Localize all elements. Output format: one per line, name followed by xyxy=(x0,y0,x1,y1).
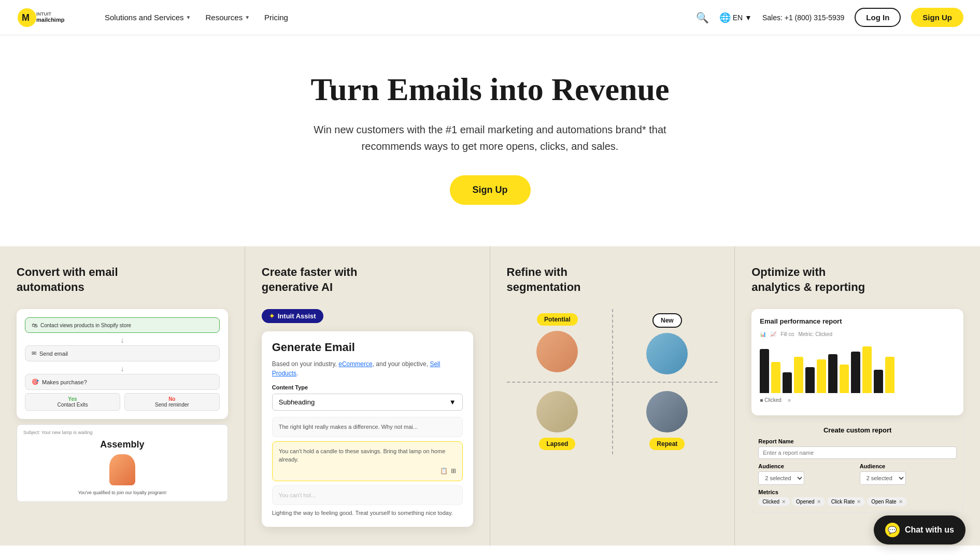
feature-segmentation: Refine with segmentation Potential New xyxy=(490,246,735,546)
audience-label-2: Audience xyxy=(860,463,957,469)
hero-signup-button[interactable]: Sign Up xyxy=(450,175,531,205)
report-name-label: Report Name xyxy=(758,438,957,444)
feature-analytics-title: Optimize with analytics & reporting xyxy=(751,265,865,295)
bar-2 xyxy=(771,362,780,393)
tag-clicked: Clicked ✕ xyxy=(758,497,790,506)
feature-analytics: Optimize with analytics & reporting Emai… xyxy=(735,246,980,546)
bar-11 xyxy=(874,370,883,393)
feature-automations: Convert with email automations 🛍 Contact… xyxy=(0,246,245,546)
legend-clicked: ■ Clicked xyxy=(760,397,782,403)
generate-email-card: Generate Email Based on your industry, e… xyxy=(262,331,473,526)
nav-solutions[interactable]: Solutions and Services ▼ xyxy=(100,9,196,26)
automation-preview: 🛍 Contact views products in Shopify stor… xyxy=(17,309,228,419)
chart-toolbar: 📊 📈 Fill co Metric: Clicked xyxy=(760,331,955,337)
nav-resources[interactable]: Resources ▼ xyxy=(201,9,255,26)
email-body: You've qualified to join our loyalty pro… xyxy=(23,490,221,496)
generate-title: Generate Email xyxy=(272,341,463,354)
nav-pricing[interactable]: Pricing xyxy=(259,9,293,26)
logo[interactable]: M INTUIT mailchimp xyxy=(17,7,79,28)
globe-icon: 🌐 xyxy=(719,12,731,23)
seg-potential-badge: Potential xyxy=(537,313,578,326)
shopify-icon: 🛍 xyxy=(32,322,37,328)
chevron-down-icon: ▼ xyxy=(449,398,456,406)
seg-repeat-badge: Repeat xyxy=(649,438,685,450)
chat-widget[interactable]: 💬 Chat with us xyxy=(874,515,965,544)
flow-arrow-2: ↓ xyxy=(25,365,220,373)
bar-8 xyxy=(840,365,849,393)
feature-seg-title: Refine with segmentation xyxy=(507,265,621,295)
branch-yes: Yes Contact Exits xyxy=(25,393,120,411)
audience-select-1[interactable]: 2 selected xyxy=(758,471,804,485)
target-icon: 🎯 xyxy=(32,379,39,385)
content-type-label: Content Type xyxy=(272,384,463,390)
seg-new-badge: New xyxy=(652,313,682,328)
copy-icon[interactable]: 📋 xyxy=(440,466,448,476)
feature-ai-title: Create faster with generative AI xyxy=(262,265,376,295)
nav-right: 🔍 🌐 EN ▼ Sales: +1 (800) 315-5939 Log In… xyxy=(696,8,963,27)
audience-label-1: Audience xyxy=(758,463,855,469)
custom-report-title: Create custom report xyxy=(758,426,957,434)
seg-lapsed-badge: Lapsed xyxy=(539,438,575,450)
suggestion-3: You can't hol... xyxy=(272,485,463,506)
bar-1 xyxy=(760,349,769,393)
login-button[interactable]: Log In xyxy=(855,8,901,27)
feature-automations-title: Convert with email automations xyxy=(17,265,131,295)
nav-links: Solutions and Services ▼ Resources ▼ Pri… xyxy=(100,9,696,26)
bar-3 xyxy=(783,372,792,393)
remove-click-rate[interactable]: ✕ xyxy=(857,499,861,505)
flow-trigger: 🛍 Contact views products in Shopify stor… xyxy=(25,317,220,333)
chevron-down-icon: ▼ xyxy=(745,13,752,22)
avatar-repeat xyxy=(646,391,688,432)
options-icon[interactable]: ⊞ xyxy=(451,466,456,476)
search-icon[interactable]: 🔍 xyxy=(696,11,709,24)
flow-send-email: ✉ Send email xyxy=(25,345,220,361)
svg-text:mailchimp: mailchimp xyxy=(36,17,65,23)
remove-opened[interactable]: ✕ xyxy=(817,499,821,505)
language-selector[interactable]: 🌐 EN ▼ xyxy=(719,12,752,23)
phone-number: Sales: +1 (800) 315-5939 xyxy=(762,13,844,22)
content-type-select[interactable]: Subheading ▼ xyxy=(272,394,463,411)
filter-label: Fill co xyxy=(780,331,794,337)
audience-row: Audience 2 selected Audience 2 selected xyxy=(758,463,957,485)
flow-arrow: ↓ xyxy=(25,336,220,344)
report-name-input[interactable] xyxy=(758,446,957,459)
metric-label: Metric: Clicked xyxy=(798,331,832,337)
tag-click-rate: Click Rate ✕ xyxy=(827,497,865,506)
gen-footer: Lighting the way to feeling good. Treat … xyxy=(272,509,463,517)
flow-decision: 🎯 Makes purchase? xyxy=(25,374,220,390)
metrics-label: Metrics xyxy=(758,489,957,495)
mailchimp-logo: M INTUIT mailchimp xyxy=(17,7,79,28)
chat-bubble-icon: 💬 xyxy=(885,523,900,537)
chart-bars xyxy=(760,341,955,393)
svg-text:INTUIT: INTUIT xyxy=(36,11,51,17)
tag-open-rate: Open Rate ✕ xyxy=(867,497,906,506)
remove-clicked[interactable]: ✕ xyxy=(782,499,786,505)
gen-description: Based on your industry, eCommerce, and y… xyxy=(272,359,463,378)
avatar-lapsed xyxy=(536,391,578,432)
hero-section: Turn Emails into Revenue Win new custome… xyxy=(0,35,980,246)
tag-opened: Opened ✕ xyxy=(792,497,825,506)
bar-12 xyxy=(885,357,894,393)
signup-nav-button[interactable]: Sign Up xyxy=(911,8,963,27)
bar-5 xyxy=(805,367,815,393)
hero-subheadline: Win new customers with the #1 email mark… xyxy=(304,121,677,155)
star-icon: ✦ xyxy=(269,312,275,320)
audience-select-2[interactable]: 2 selected xyxy=(860,471,906,485)
hero-headline: Turn Emails into Revenue xyxy=(21,72,959,107)
features-section: Convert with email automations 🛍 Contact… xyxy=(0,246,980,546)
email-subject: Subject: Your new lamp is waiting xyxy=(23,430,221,435)
analytics-card: Email performance report 📊 📈 Fill co Met… xyxy=(751,309,963,415)
chevron-down-icon: ▼ xyxy=(186,15,191,20)
bar-7 xyxy=(828,354,837,393)
remove-open-rate[interactable]: ✕ xyxy=(899,499,903,505)
suggestion-2-selected: You can't hold a candle to these savings… xyxy=(272,441,463,481)
navbar: M INTUIT mailchimp Solutions and Service… xyxy=(0,0,980,35)
ecommerce-link[interactable]: eCommerce xyxy=(338,360,372,368)
chart-icon-bar: 📊 xyxy=(760,331,766,337)
branch-no: No Send reminder xyxy=(124,393,220,411)
chat-label: Chat with us xyxy=(905,525,954,535)
suggestion-actions: 📋 ⊞ xyxy=(279,466,456,476)
svg-text:M: M xyxy=(22,12,30,23)
report-title: Email performance report xyxy=(760,317,955,325)
legend-other: ■ xyxy=(788,397,791,403)
